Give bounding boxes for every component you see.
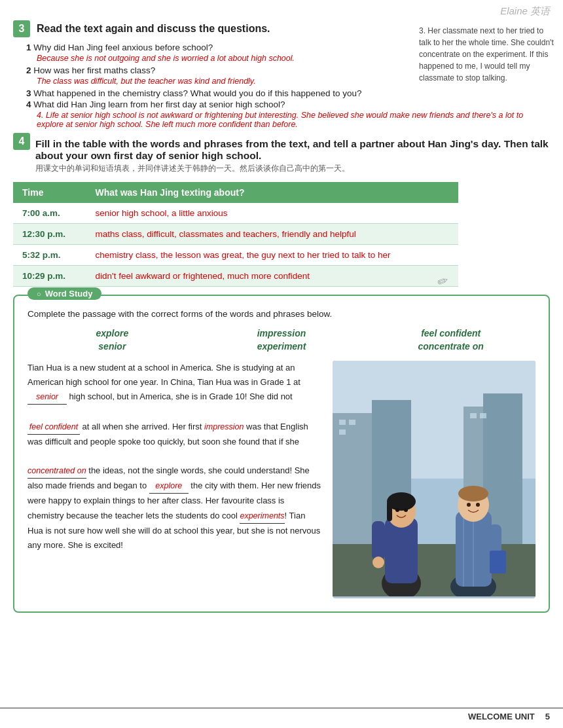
table-row: 5:32 p.m. chemistry class, the lesson wa… [13, 245, 458, 266]
content-cell-2: maths class, difficult, classmates and t… [86, 224, 458, 245]
passage-area: Tian Hua is a new student at a school in… [27, 361, 536, 598]
footer-divider [0, 708, 563, 709]
han-jing-table: Time What was Han Jing texting about? 7:… [13, 182, 458, 287]
time-cell-1: 7:00 a.m. [13, 203, 86, 224]
time-cell-4: 10:29 p.m. [13, 266, 86, 287]
section4-title: Fill in the table with the words and phr… [35, 138, 550, 162]
svg-point-30 [404, 508, 408, 512]
sidebar-text: 3. Her classmate next to her tried to ta… [419, 26, 554, 82]
svg-rect-7 [349, 420, 355, 425]
word-study-box: Word Study Complete the passage with the… [13, 295, 550, 613]
footer: WELCOME UNIT 5 [468, 712, 550, 721]
answer-4: 4. Life at senior high school is not awk… [37, 111, 550, 129]
footer-section: WELCOME UNIT [468, 712, 535, 721]
svg-point-24 [458, 486, 488, 501]
students-photo-svg [333, 361, 536, 596]
table-row: 10:29 p.m. didn't feel awkward or fright… [13, 266, 458, 287]
blank-experiments: experiments [240, 509, 284, 524]
vocab-grid: explore impression feel confident senior… [27, 328, 536, 352]
vocab-senior: senior [27, 341, 197, 352]
section3-title: Read the text again and discuss the ques… [37, 23, 270, 35]
table-col2-header: What was Han Jing texting about? [86, 182, 458, 203]
filled-impression: impression [204, 422, 244, 431]
svg-point-27 [467, 503, 471, 507]
svg-point-28 [476, 503, 480, 507]
header-title: Elaine 英语 [500, 5, 550, 16]
time-cell-3: 5:32 p.m. [13, 245, 86, 266]
blank-explore: explore [149, 479, 189, 494]
vocab-concentrate-on: concentrate on [366, 341, 536, 352]
footer-page: 5 [545, 712, 550, 721]
blank-senior: senior [27, 390, 67, 405]
svg-rect-8 [339, 429, 346, 435]
svg-rect-26 [490, 551, 506, 573]
content-cell-3: chemistry class, the lesson was great, t… [86, 245, 458, 266]
svg-rect-17 [372, 521, 385, 560]
svg-point-29 [395, 508, 399, 512]
table-col1-header: Time [13, 182, 86, 203]
word-study-instruction: Complete the passage with the correct fo… [27, 309, 536, 319]
content-cell-1: senior high school, a little anxious [86, 203, 458, 224]
section4-subtitle: 用课文中的单词和短语填表，并同伴讲述关于韩静的一天。然后谈谈你自己高中的第一天。 [35, 163, 550, 174]
vocab-feel-confident: feel confident [366, 328, 536, 338]
question-3: 3 What happened in the chemistry class? … [26, 88, 550, 98]
section4-number: 4 [13, 133, 30, 150]
svg-point-18 [372, 556, 384, 568]
passage-intro: Tian Hua is a new student at a school in… [27, 363, 300, 387]
vocab-experiment: experiment [197, 341, 367, 352]
content-cell-4: didn't feel awkward or frightened, much … [86, 266, 458, 287]
svg-rect-16 [387, 501, 392, 521]
passage-text: Tian Hua is a new student at a school in… [27, 361, 322, 598]
word-study-label: Word Study [27, 287, 101, 300]
time-cell-2: 12:30 p.m. [13, 224, 86, 245]
svg-rect-6 [339, 420, 346, 425]
page-header: Elaine 英语 [0, 0, 563, 20]
blank-concentrated-on: concentrated on [27, 449, 86, 479]
vocab-explore: explore [27, 328, 197, 338]
svg-rect-10 [480, 413, 486, 418]
passage-photo [333, 361, 536, 598]
table-row: 7:00 a.m. senior high school, a little a… [13, 203, 458, 224]
question-4: 4 What did Han Jing learn from her first… [26, 100, 550, 109]
blank-feel-confident: feel confident [27, 405, 80, 434]
svg-rect-9 [470, 413, 477, 418]
section3-number: 3 [13, 20, 30, 37]
sidebar-annotation: 3. Her classmate next to her tried to ta… [419, 25, 556, 84]
table-row: 12:30 p.m. maths class, difficult, class… [13, 224, 458, 245]
vocab-impression: impression [197, 328, 367, 338]
